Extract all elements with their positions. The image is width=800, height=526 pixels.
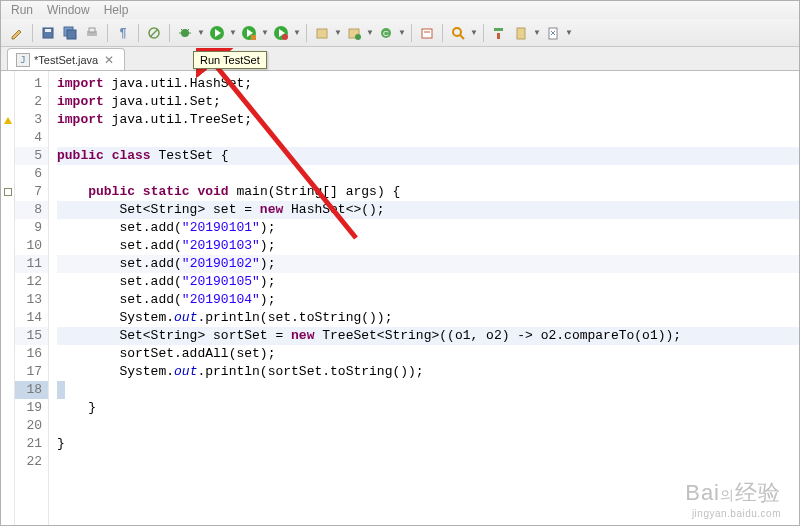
new-type-dropdown-icon[interactable]: ▼: [398, 28, 406, 37]
line-number[interactable]: 22: [15, 453, 48, 471]
new-pkg-dropdown-icon[interactable]: ▼: [334, 28, 342, 37]
separator: [32, 24, 33, 42]
code-line[interactable]: set.add("20190103");: [57, 237, 799, 255]
line-number[interactable]: 11: [15, 255, 48, 273]
tab-testset[interactable]: J *TestSet.java ✕: [7, 48, 125, 70]
line-number[interactable]: 1: [15, 75, 48, 93]
svg-line-12: [187, 29, 189, 31]
new-class-dropdown-icon[interactable]: ▼: [366, 28, 374, 37]
code-line[interactable]: set.add("20190101");: [57, 219, 799, 237]
code-editor[interactable]: 12345678910111213141516171819202122 impo…: [1, 71, 799, 525]
link-icon[interactable]: [543, 23, 563, 43]
code-line[interactable]: [57, 129, 799, 147]
close-icon[interactable]: ✕: [102, 53, 116, 67]
search-dropdown-icon[interactable]: ▼: [470, 28, 478, 37]
svg-line-26: [460, 35, 464, 39]
open-task-icon[interactable]: [417, 23, 437, 43]
gutter-annotation: [1, 417, 14, 435]
new-type-icon[interactable]: C: [376, 23, 396, 43]
line-number[interactable]: 15: [15, 327, 48, 345]
svg-line-11: [181, 29, 183, 31]
warning-icon[interactable]: [4, 117, 12, 124]
run-tooltip: Run TestSet: [193, 51, 267, 69]
override-icon[interactable]: [4, 188, 12, 196]
separator: [107, 24, 108, 42]
line-number[interactable]: 3: [15, 111, 48, 129]
code-line[interactable]: import java.util.HashSet;: [57, 75, 799, 93]
code-line[interactable]: set.add("20190105");: [57, 273, 799, 291]
code-line[interactable]: set.add("20190102");: [57, 255, 799, 273]
line-number[interactable]: 2: [15, 93, 48, 111]
line-number[interactable]: 5: [15, 147, 48, 165]
code-line[interactable]: sortSet.addAll(set);: [57, 345, 799, 363]
line-number[interactable]: 13: [15, 291, 48, 309]
code-line[interactable]: System.out.println(sortSet.toString());: [57, 363, 799, 381]
save-icon[interactable]: [38, 23, 58, 43]
search-icon[interactable]: [448, 23, 468, 43]
code-line[interactable]: }: [57, 399, 799, 417]
new-class-icon[interactable]: [344, 23, 364, 43]
debug-dropdown-icon[interactable]: ▼: [197, 28, 205, 37]
code-line[interactable]: }: [57, 435, 799, 453]
menu-window[interactable]: Window: [47, 3, 90, 17]
line-number[interactable]: 16: [15, 345, 48, 363]
save-all-icon[interactable]: [60, 23, 80, 43]
menu-help[interactable]: Help: [104, 3, 129, 17]
tab-label: *TestSet.java: [34, 54, 98, 66]
run-dropdown-icon[interactable]: ▼: [229, 28, 237, 37]
separator: [483, 24, 484, 42]
run-external-icon[interactable]: [239, 23, 259, 43]
line-number[interactable]: 6: [15, 165, 48, 183]
new-package-icon[interactable]: [312, 23, 332, 43]
svg-point-17: [282, 34, 288, 40]
svg-rect-5: [89, 28, 95, 32]
line-number[interactable]: 20: [15, 417, 48, 435]
gutter-annotation: [1, 309, 14, 327]
svg-point-25: [453, 28, 461, 36]
line-number[interactable]: 14: [15, 309, 48, 327]
run-last-icon[interactable]: [271, 23, 291, 43]
line-number[interactable]: 21: [15, 435, 48, 453]
code-line[interactable]: [57, 417, 799, 435]
line-number[interactable]: 17: [15, 363, 48, 381]
code-line[interactable]: [57, 165, 799, 183]
link-dropdown-icon[interactable]: ▼: [565, 28, 573, 37]
line-number[interactable]: 9: [15, 219, 48, 237]
paste-icon[interactable]: [511, 23, 531, 43]
gutter-annotation: [1, 183, 14, 201]
run-icon[interactable]: [207, 23, 227, 43]
skip-breakpoints-icon[interactable]: [144, 23, 164, 43]
run-ext-dropdown-icon[interactable]: ▼: [261, 28, 269, 37]
code-line[interactable]: [57, 381, 799, 399]
line-number[interactable]: 4: [15, 129, 48, 147]
code-line[interactable]: set.add("20190104");: [57, 291, 799, 309]
code-line[interactable]: Set<String> sortSet = new TreeSet<String…: [57, 327, 799, 345]
print-icon[interactable]: [82, 23, 102, 43]
svg-rect-27: [494, 28, 503, 31]
code-line[interactable]: public static void main(String[] args) {: [57, 183, 799, 201]
code-area[interactable]: import java.util.HashSet;import java.uti…: [49, 71, 799, 525]
gutter-annotation: [1, 273, 14, 291]
code-line[interactable]: public class TestSet {: [57, 147, 799, 165]
code-line[interactable]: import java.util.Set;: [57, 93, 799, 111]
line-number[interactable]: 7: [15, 183, 48, 201]
watermark: Bai의经验 jingyan.baidu.com: [685, 478, 781, 519]
line-number[interactable]: 12: [15, 273, 48, 291]
pilcrow-icon[interactable]: ¶: [113, 23, 133, 43]
paste-dropdown-icon[interactable]: ▼: [533, 28, 541, 37]
line-number[interactable]: 10: [15, 237, 48, 255]
line-number[interactable]: 19: [15, 399, 48, 417]
edit-icon[interactable]: [7, 23, 27, 43]
run-last-dropdown-icon[interactable]: ▼: [293, 28, 301, 37]
code-line[interactable]: System.out.println(set.toString());: [57, 309, 799, 327]
debug-icon[interactable]: [175, 23, 195, 43]
line-number[interactable]: 18: [15, 381, 48, 399]
code-line[interactable]: Set<String> set = new HashSet<>();: [57, 201, 799, 219]
menu-run[interactable]: Run: [11, 3, 33, 17]
gutter-annotation: [1, 363, 14, 381]
gutter-annotation: [1, 165, 14, 183]
code-line[interactable]: import java.util.TreeSet;: [57, 111, 799, 129]
line-number[interactable]: 8: [15, 201, 48, 219]
code-line[interactable]: [57, 453, 799, 471]
cut-icon[interactable]: [489, 23, 509, 43]
